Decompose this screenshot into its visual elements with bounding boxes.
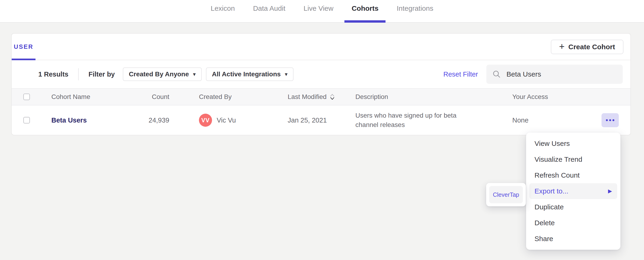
plus-icon: + bbox=[559, 42, 564, 51]
integrations-dropdown-value: All Active Integrations bbox=[212, 70, 281, 78]
tab-user[interactable]: USER bbox=[12, 34, 36, 60]
export-submenu: CleverTap bbox=[486, 183, 526, 206]
nav-tab-live-view[interactable]: Live View bbox=[304, 0, 334, 23]
nav-tab-data-audit[interactable]: Data Audit bbox=[253, 0, 285, 23]
menu-item-duplicate[interactable]: Duplicate bbox=[526, 199, 620, 215]
filter-by-label: Filter by bbox=[88, 70, 115, 78]
header-created-by: Created By bbox=[169, 93, 288, 100]
row-actions-cell bbox=[582, 113, 630, 127]
results-count: 1 Results bbox=[38, 70, 68, 78]
menu-item-clevertap[interactable]: CleverTap bbox=[489, 186, 523, 203]
integrations-dropdown[interactable]: All Active Integrations ▾ bbox=[206, 68, 294, 81]
context-menu: View Users Visualize Trend Refresh Count… bbox=[526, 132, 620, 250]
cohorts-card: USER + Create Cohort 1 Results Filter by… bbox=[11, 33, 631, 135]
avatar: VV bbox=[199, 114, 212, 127]
your-access-cell: None bbox=[512, 116, 582, 124]
tab-user-indicator bbox=[12, 58, 36, 60]
cohort-name-cell: Beta Users bbox=[40, 116, 122, 124]
row-checkbox[interactable] bbox=[23, 117, 30, 124]
created-by-name: Vic Vu bbox=[217, 116, 236, 124]
nav-tab-integrations[interactable]: Integrations bbox=[397, 0, 434, 23]
table-row: Beta Users 24,939 VV Vic Vu Jan 25, 2021… bbox=[12, 106, 630, 135]
menu-item-view-users[interactable]: View Users bbox=[526, 136, 620, 152]
menu-item-refresh-count[interactable]: Refresh Count bbox=[526, 167, 620, 183]
header-last-modified[interactable]: Last Modified bbox=[288, 93, 356, 100]
sort-icon[interactable] bbox=[330, 93, 335, 100]
submenu-arrow-icon: ▶ bbox=[608, 188, 612, 194]
vertical-divider bbox=[78, 68, 79, 80]
cohort-name-link[interactable]: Beta Users bbox=[51, 116, 87, 124]
chevron-down-icon: ▾ bbox=[285, 72, 288, 77]
table-header-row: Cohort Name Count Created By Last Modifi… bbox=[12, 88, 630, 106]
row-checkbox-cell bbox=[12, 117, 40, 124]
menu-item-visualize-trend[interactable]: Visualize Trend bbox=[526, 152, 620, 167]
count-cell: 24,939 bbox=[122, 116, 169, 124]
header-last-modified-label: Last Modified bbox=[288, 93, 327, 100]
tab-user-label: USER bbox=[14, 43, 34, 50]
created-by-cell: VV Vic Vu bbox=[169, 114, 288, 127]
header-your-access: Your Access bbox=[512, 93, 582, 100]
nav-tab-cohorts[interactable]: Cohorts bbox=[352, 0, 378, 23]
cohort-type-tabs: USER + Create Cohort bbox=[12, 34, 630, 60]
search-box[interactable]: Beta Users bbox=[486, 65, 623, 84]
chevron-down-icon: ▾ bbox=[193, 72, 196, 77]
nav-tab-cohorts-label: Cohorts bbox=[352, 4, 378, 12]
active-tab-indicator bbox=[344, 20, 386, 23]
menu-item-delete[interactable]: Delete bbox=[526, 215, 620, 231]
select-all-cell bbox=[12, 94, 40, 100]
more-options-icon bbox=[612, 119, 614, 121]
filter-bar: 1 Results Filter by Created By Anyone ▾ … bbox=[12, 60, 630, 88]
header-description: Description bbox=[356, 92, 512, 102]
created-by-dropdown[interactable]: Created By Anyone ▾ bbox=[123, 68, 202, 81]
reset-filter-link[interactable]: Reset Filter bbox=[444, 70, 478, 78]
created-by-dropdown-value: Created By Anyone bbox=[129, 70, 189, 78]
more-options-icon bbox=[606, 119, 608, 121]
menu-item-share[interactable]: Share bbox=[526, 231, 620, 247]
top-nav: Lexicon Data Audit Live View Cohorts Int… bbox=[210, 0, 433, 22]
menu-item-export-to[interactable]: Export to... ▶ bbox=[529, 183, 617, 199]
nav-tab-lexicon[interactable]: Lexicon bbox=[210, 0, 235, 23]
create-cohort-label: Create Cohort bbox=[568, 43, 615, 51]
more-options-button[interactable] bbox=[602, 113, 619, 127]
header-cohort-name: Cohort Name bbox=[40, 93, 122, 100]
select-all-checkbox[interactable] bbox=[23, 94, 30, 100]
search-icon bbox=[492, 70, 501, 78]
description-cell: Users who have signed up for beta channe… bbox=[356, 111, 512, 130]
more-options-icon bbox=[609, 119, 611, 121]
create-cohort-button[interactable]: + Create Cohort bbox=[551, 40, 624, 54]
menu-item-export-to-label: Export to... bbox=[534, 187, 568, 195]
search-input[interactable]: Beta Users bbox=[506, 70, 541, 78]
top-nav-bar: Lexicon Data Audit Live View Cohorts Int… bbox=[0, 0, 644, 23]
last-modified-cell: Jan 25, 2021 bbox=[288, 116, 356, 124]
header-count: Count bbox=[122, 93, 169, 100]
